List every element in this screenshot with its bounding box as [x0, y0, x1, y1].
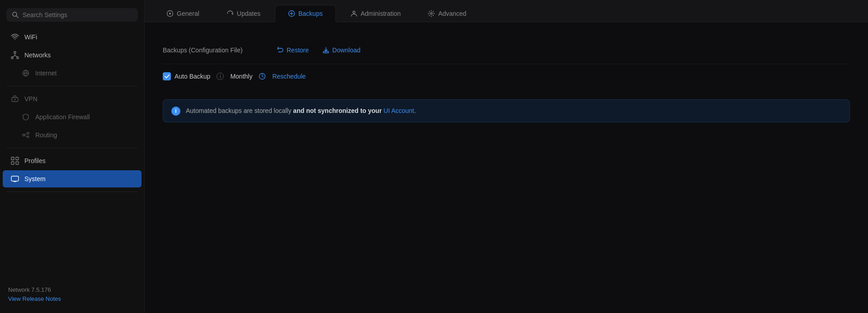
tab-updates[interactable]: Updates [214, 5, 273, 22]
search-icon [12, 11, 19, 19]
sidebar-divider-1 [6, 86, 138, 86]
info-banner-text: Automated backups are stored locally and… [186, 106, 416, 116]
auto-backup-info-icon[interactable]: i [217, 73, 224, 80]
svg-point-16 [27, 136, 29, 138]
tab-bar: General Updates Backups [145, 0, 868, 22]
backups-row: Backups (Configuration File) Restore [163, 37, 850, 64]
routing-icon [22, 131, 30, 139]
tab-advanced-label: Advanced [438, 10, 466, 17]
schedule-clock-icon [259, 73, 266, 80]
sidebar-item-vpn[interactable]: VPN [3, 90, 142, 107]
info-text-end: . [414, 107, 416, 114]
backups-tab-icon [288, 10, 295, 17]
svg-point-30 [430, 13, 432, 14]
backups-config-label: Backups (Configuration File) [163, 47, 262, 54]
svg-line-18 [24, 135, 27, 137]
tab-administration-label: Administration [361, 10, 401, 17]
svg-line-17 [24, 134, 27, 135]
svg-line-8 [15, 56, 18, 57]
sidebar-item-networks-label: Networks [24, 51, 51, 59]
info-banner: i Automated backups are stored locally a… [163, 99, 850, 122]
profiles-icon [11, 157, 19, 165]
content-area: Backups (Configuration File) Restore [145, 22, 868, 313]
sidebar-item-profiles-label: Profiles [24, 157, 46, 164]
tab-general[interactable]: General [154, 5, 212, 22]
sidebar-item-routing[interactable]: Routing [3, 126, 142, 144]
sidebar-item-vpn-label: VPN [24, 95, 38, 103]
sidebar-item-wifi-label: WiFi [24, 33, 37, 41]
svg-rect-5 [17, 57, 19, 59]
sidebar-item-system[interactable]: System [3, 170, 142, 187]
version-label: Network 7.5.176 [8, 286, 136, 293]
svg-line-1 [16, 16, 18, 18]
admin-tab-icon [350, 10, 358, 17]
main-content: General Updates Backups [145, 0, 868, 313]
ui-account-link[interactable]: UI Account [383, 107, 414, 114]
sidebar: WiFi Networks Internet [0, 0, 145, 313]
info-text-normal: Automated backups are stored locally [186, 107, 293, 114]
svg-rect-19 [11, 157, 14, 160]
sidebar-item-system-label: System [24, 175, 46, 182]
svg-rect-3 [14, 51, 16, 53]
sidebar-divider-2 [6, 148, 138, 148]
svg-point-15 [27, 132, 29, 134]
network-icon [11, 51, 19, 59]
sidebar-item-profiles[interactable]: Profiles [3, 152, 142, 169]
svg-point-2 [14, 39, 15, 40]
general-tab-icon [166, 10, 174, 17]
svg-rect-20 [16, 157, 19, 160]
sidebar-item-routing-label: Routing [35, 131, 57, 139]
globe-icon [22, 69, 30, 77]
tab-advanced[interactable]: Advanced [415, 5, 479, 22]
sidebar-item-app-firewall-label: Application Firewall [35, 113, 90, 121]
sidebar-item-wifi[interactable]: WiFi [3, 28, 142, 46]
sidebar-divider-3 [6, 192, 138, 192]
tab-updates-label: Updates [237, 10, 260, 17]
tab-backups-label: Backups [298, 10, 323, 17]
reschedule-button[interactable]: Reschedule [272, 73, 306, 80]
monthly-label: Monthly [230, 73, 252, 80]
sidebar-item-networks[interactable]: Networks [3, 47, 142, 64]
svg-rect-4 [11, 57, 13, 59]
sidebar-item-app-firewall[interactable]: Application Firewall [3, 108, 142, 126]
svg-point-14 [23, 134, 24, 136]
search-input[interactable] [23, 11, 132, 19]
reschedule-label: Reschedule [272, 73, 306, 80]
tab-backups[interactable]: Backups [275, 5, 336, 22]
auto-backup-row: Auto Backup i Monthly Reschedule [163, 64, 850, 89]
firewall-icon [22, 113, 30, 121]
sidebar-item-internet-label: Internet [35, 70, 57, 77]
updates-tab-icon [226, 10, 234, 17]
tab-general-label: General [177, 10, 199, 17]
search-box[interactable] [6, 8, 138, 22]
restore-label: Restore [287, 47, 309, 54]
svg-point-13 [14, 99, 16, 100]
backups-actions: Restore Download [273, 45, 364, 56]
download-label: Download [332, 47, 360, 54]
svg-rect-21 [11, 162, 14, 164]
system-icon [11, 175, 19, 183]
wifi-icon [11, 33, 19, 41]
svg-line-7 [12, 56, 15, 57]
svg-rect-23 [11, 176, 19, 181]
svg-point-29 [353, 11, 355, 14]
auto-backup-label: Auto Backup [175, 73, 210, 80]
download-button[interactable]: Download [319, 45, 364, 56]
sidebar-footer: Network 7.5.176 View Release Notes [0, 281, 144, 308]
svg-point-27 [169, 13, 171, 14]
info-banner-icon: i [171, 107, 180, 116]
restore-button[interactable]: Restore [273, 45, 312, 56]
download-icon [322, 47, 330, 54]
checkbox-checked-icon [163, 72, 171, 80]
restore-icon [277, 47, 284, 54]
info-text-bold: and not synchronized to your [293, 107, 383, 114]
sidebar-item-internet[interactable]: Internet [3, 65, 142, 82]
svg-rect-31 [323, 51, 329, 53]
release-notes-link[interactable]: View Release Notes [8, 295, 61, 302]
tab-administration[interactable]: Administration [338, 5, 414, 22]
advanced-tab-icon [428, 10, 435, 17]
vpn-icon [11, 95, 19, 103]
svg-rect-22 [16, 162, 19, 164]
auto-backup-checkbox[interactable]: Auto Backup [163, 72, 210, 80]
